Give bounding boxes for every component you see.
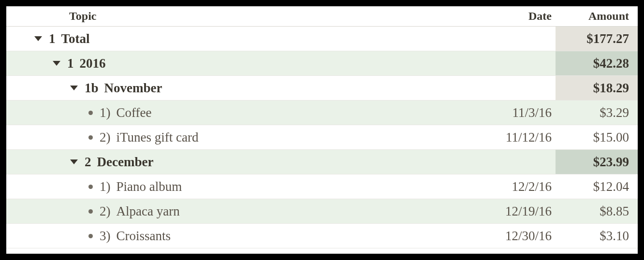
cell-topic: 1 2016 xyxy=(6,56,459,71)
disclosure-triangle-icon[interactable] xyxy=(53,61,60,66)
header-amount: Amount xyxy=(556,10,638,23)
cell-amount: $177.27 xyxy=(556,27,638,51)
cell-amount: $3.29 xyxy=(556,105,638,120)
cell-topic: 1) Coffee xyxy=(6,105,459,120)
header-date: Date xyxy=(459,10,556,23)
row-nov-itunes[interactable]: 2) iTunes gift card 11/12/16 $15.00 xyxy=(6,125,638,150)
cell-topic: 2 December xyxy=(6,155,459,170)
row-november[interactable]: 1b November $18.29 xyxy=(6,76,638,101)
row-number: 1 xyxy=(67,56,74,71)
row-label: November xyxy=(104,81,162,96)
row-number: 2) xyxy=(100,204,111,219)
row-number: 2) xyxy=(100,130,111,145)
cell-amount: $12.04 xyxy=(556,179,638,194)
bullet-icon xyxy=(88,234,93,238)
cell-topic: 1) Piano album xyxy=(6,179,459,194)
cell-topic: 1b November xyxy=(6,81,459,96)
cell-date: 11/12/16 xyxy=(459,130,556,145)
row-dec-croissants[interactable]: 3) Croissants 12/30/16 $3.10 xyxy=(6,224,638,248)
row-dec-piano[interactable]: 1) Piano album 12/2/16 $12.04 xyxy=(6,174,638,199)
row-number: 1) xyxy=(100,179,111,194)
cell-date: 12/2/16 xyxy=(459,179,556,194)
cell-amount: $42.28 xyxy=(556,51,638,75)
row-label: Alpaca yarn xyxy=(117,204,180,219)
row-2016[interactable]: 1 2016 $42.28 xyxy=(6,51,638,76)
cell-date: 11/3/16 xyxy=(459,105,556,120)
disclosure-triangle-icon[interactable] xyxy=(70,159,78,164)
row-label: Total xyxy=(61,31,90,46)
cell-amount: $18.29 xyxy=(556,76,638,100)
row-december[interactable]: 2 December $23.99 xyxy=(6,150,638,174)
row-label: Coffee xyxy=(117,105,152,120)
cell-topic: 2) Alpaca yarn xyxy=(6,204,459,219)
header-topic: Topic xyxy=(6,10,459,23)
disclosure-triangle-icon[interactable] xyxy=(70,86,78,90)
cell-amount: $15.00 xyxy=(556,130,638,145)
row-label: December xyxy=(97,155,154,170)
row-nov-coffee[interactable]: 1) Coffee 11/3/16 $3.29 xyxy=(6,101,638,125)
cell-amount: $23.99 xyxy=(556,150,638,174)
bullet-icon xyxy=(88,185,93,189)
header-row: Topic Date Amount xyxy=(6,6,638,27)
row-number: 1b xyxy=(85,81,99,96)
row-number: 3) xyxy=(100,229,111,244)
outline-sheet: Topic Date Amount 1 Total $177.27 1 2016… xyxy=(6,6,638,254)
cell-topic: 2) iTunes gift card xyxy=(6,130,459,145)
bullet-icon xyxy=(88,135,93,140)
cell-date: 12/30/16 xyxy=(459,229,556,244)
cell-amount: $8.85 xyxy=(556,204,638,219)
frame: Topic Date Amount 1 Total $177.27 1 2016… xyxy=(0,0,644,260)
row-label: Piano album xyxy=(117,179,182,194)
row-number: 1) xyxy=(100,105,111,120)
disclosure-triangle-icon[interactable] xyxy=(34,36,42,41)
bullet-icon xyxy=(88,111,93,115)
row-number: 2 xyxy=(85,155,91,170)
cell-date: 12/19/16 xyxy=(459,204,556,219)
row-dec-alpaca[interactable]: 2) Alpaca yarn 12/19/16 $8.85 xyxy=(6,199,638,224)
cell-topic: 3) Croissants xyxy=(6,229,459,244)
cell-topic: 1 Total xyxy=(6,31,459,46)
bullet-icon xyxy=(88,209,93,214)
row-number: 1 xyxy=(49,31,56,46)
row-total[interactable]: 1 Total $177.27 xyxy=(6,27,638,51)
row-label: Croissants xyxy=(117,229,171,244)
row-label: 2016 xyxy=(80,56,106,71)
cell-amount: $3.10 xyxy=(556,229,638,244)
row-label: iTunes gift card xyxy=(117,130,199,145)
